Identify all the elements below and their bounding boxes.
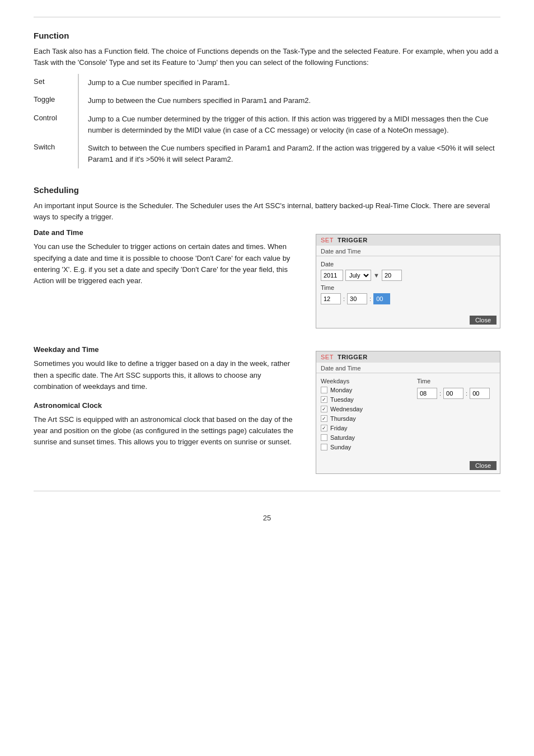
scheduling-section: Scheduling An important input Source is … — [34, 185, 500, 474]
monday-checkbox[interactable] — [321, 387, 327, 393]
list-item: ✓ Tuesday — [321, 396, 406, 403]
hours-input[interactable] — [321, 293, 341, 304]
scheduling-intro: An important input Source is the Schedul… — [34, 200, 500, 223]
trigger-title-weekday: SET TRIGGER — [316, 351, 500, 363]
trigger-trigger-label: TRIGGER — [338, 237, 368, 243]
list-item: ✓ Wednesday — [321, 406, 406, 412]
trigger-body-date: Date July ▼ Time : — [316, 256, 500, 312]
date-time-right: SET TRIGGER Date and Time Date July ▼ — [316, 228, 500, 328]
weekday-time-input-row: : : — [417, 388, 495, 399]
weekday-time-left: Weekday and Time Sometimes you would lik… — [34, 345, 299, 453]
thursday-label: Thursday — [330, 415, 356, 422]
thursday-checkbox[interactable]: ✓ — [321, 415, 327, 422]
trigger-set-label: SET — [321, 237, 334, 243]
weekday-col: Weekdays Monday ✓ Tuesday — [321, 378, 406, 453]
trigger-time-label: Time — [321, 284, 495, 291]
function-name-set: Set — [34, 74, 78, 92]
minutes-input[interactable] — [347, 293, 367, 304]
tuesday-checkbox[interactable]: ✓ — [321, 396, 327, 403]
weekday-grid: Weekdays Monday ✓ Tuesday — [321, 378, 495, 453]
function-desc-switch: Switch to between the Cue numbers specif… — [78, 139, 500, 168]
weekdays-label: Weekdays — [321, 378, 406, 384]
tuesday-label: Tuesday — [330, 396, 354, 403]
trigger-footer-weekday: Close — [316, 458, 500, 473]
astro-title: Astronomical Clock — [34, 401, 299, 410]
list-item: ✓ Thursday — [321, 415, 406, 422]
list-item: Monday — [321, 387, 406, 393]
bottom-rule — [34, 491, 500, 491]
trigger-time-row: : : — [321, 293, 495, 304]
month-select[interactable]: July — [345, 270, 371, 281]
trigger-trigger-label-2: TRIGGER — [338, 354, 368, 360]
function-table: Set Jump to a Cue number specified in Pa… — [34, 74, 500, 168]
wk-sep-1: : — [439, 390, 441, 397]
friday-label: Friday — [330, 425, 348, 431]
astro-body: The Art SSC is equipped with an astronom… — [34, 414, 299, 448]
function-title: Function — [34, 31, 500, 40]
trigger-subtitle-date: Date and Time — [316, 246, 500, 256]
weekday-body: Sometimes you would like to define a tri… — [34, 358, 299, 392]
wednesday-checkbox[interactable]: ✓ — [321, 406, 327, 412]
trigger-date-row: July ▼ — [321, 270, 495, 281]
scheduling-title: Scheduling — [34, 185, 500, 195]
top-rule — [34, 17, 500, 17]
weekday-time-row: Weekday and Time Sometimes you would lik… — [34, 345, 500, 474]
page-number: 25 — [34, 514, 500, 522]
trigger-footer-date: Close — [316, 312, 500, 328]
date-time-left: Date and Time You can use the Scheduler … — [34, 228, 299, 292]
table-row: Toggle Jump to between the Cue numbers s… — [34, 92, 500, 110]
year-input[interactable] — [321, 270, 343, 281]
trigger-body-weekday: Weekdays Monday ✓ Tuesday — [316, 373, 500, 458]
function-intro: Each Task also has a Function field. The… — [34, 46, 500, 68]
function-name-switch: Switch — [34, 139, 78, 168]
seconds-input[interactable] — [373, 293, 390, 304]
list-item: Saturday — [321, 434, 406, 441]
wk-seconds-input[interactable] — [470, 388, 490, 399]
time-sep-1: : — [343, 295, 345, 302]
function-desc-set: Jump to a Cue number specified in Param1… — [78, 74, 500, 92]
monday-label: Monday — [330, 387, 352, 393]
list-item: Sunday — [321, 444, 406, 450]
trigger-title-date: SET TRIGGER — [316, 234, 500, 246]
trigger-box-date: SET TRIGGER Date and Time Date July ▼ — [316, 234, 500, 328]
date-time-row: Date and Time You can use the Scheduler … — [34, 228, 500, 328]
weekday-time-col: Time : : — [417, 378, 495, 453]
trigger-set-label-2: SET — [321, 354, 334, 360]
function-desc-toggle: Jump to between the Cue numbers specifie… — [78, 92, 500, 110]
sunday-label: Sunday — [330, 444, 351, 450]
friday-checkbox[interactable]: ✓ — [321, 425, 327, 431]
wk-sep-2: : — [466, 390, 467, 397]
weekday-title: Weekday and Time — [34, 345, 299, 354]
time-sep-2: : — [369, 295, 371, 302]
dropdown-arrow-icon: ▼ — [373, 272, 380, 279]
trigger-box-weekday: SET TRIGGER Date and Time Weekdays Monda — [316, 351, 500, 474]
sunday-checkbox[interactable] — [321, 444, 327, 450]
table-row: Control Jump to a Cue number determined … — [34, 110, 500, 139]
day-input[interactable] — [382, 270, 402, 281]
close-button-date[interactable]: Close — [470, 316, 496, 325]
function-name-toggle: Toggle — [34, 92, 78, 110]
function-name-control: Control — [34, 110, 78, 139]
table-row: Set Jump to a Cue number specified in Pa… — [34, 74, 500, 92]
list-item: ✓ Friday — [321, 425, 406, 431]
date-time-body: You can use the Scheduler to trigger act… — [34, 241, 299, 287]
wk-hours-input[interactable] — [417, 388, 437, 399]
table-row: Switch Switch to between the Cue numbers… — [34, 139, 500, 168]
function-section: Function Each Task also has a Function f… — [34, 31, 500, 168]
page: Function Each Task also has a Function f… — [0, 0, 534, 756]
saturday-label: Saturday — [330, 434, 355, 441]
function-desc-control: Jump to a Cue number determined by the t… — [78, 110, 500, 139]
trigger-subtitle-weekday: Date and Time — [316, 363, 500, 373]
wk-minutes-input[interactable] — [443, 388, 463, 399]
close-button-weekday[interactable]: Close — [470, 461, 496, 470]
weekday-time-right: SET TRIGGER Date and Time Weekdays Monda — [316, 345, 500, 474]
trigger-date-label: Date — [321, 261, 495, 267]
wednesday-label: Wednesday — [330, 406, 363, 412]
saturday-checkbox[interactable] — [321, 434, 327, 441]
date-time-title: Date and Time — [34, 228, 299, 237]
time-label-weekday: Time — [417, 378, 495, 384]
